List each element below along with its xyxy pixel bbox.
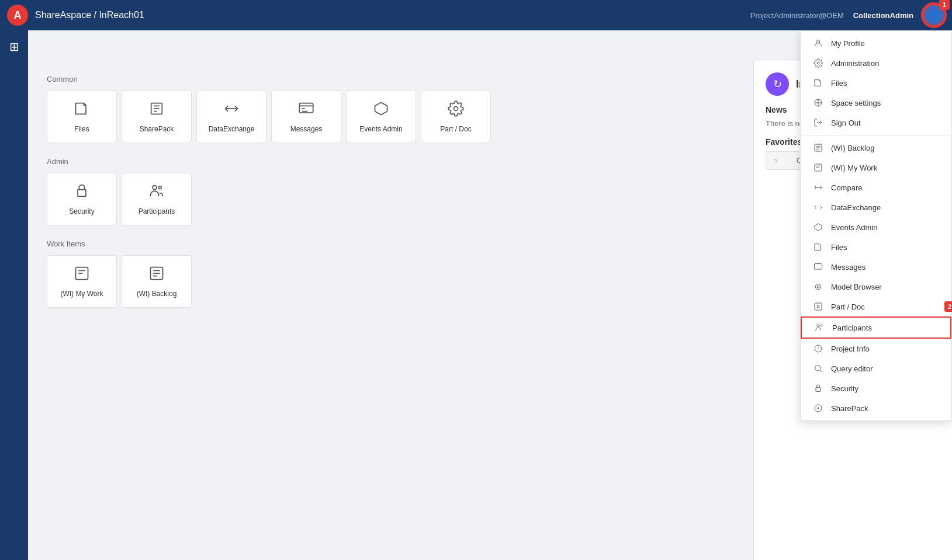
header-user: ProjectAdministrator@OEM xyxy=(750,11,844,20)
menu-item-security-m[interactable]: Security xyxy=(801,378,951,398)
card-label-messages: Messages xyxy=(290,125,323,133)
menu-label-project-info-m: Project Info xyxy=(831,345,870,353)
menu-icon-events-admin-m xyxy=(812,222,824,232)
menu-label-sharepack-m: SharePack xyxy=(831,404,868,413)
common-cards-grid: Files SharePack DataExchange Messages Ev… xyxy=(47,91,735,143)
menu-icon-files-m xyxy=(812,242,824,252)
menu-badge-part-doc-m: 2 xyxy=(944,301,952,312)
menu-label-files-top: Files xyxy=(831,79,847,88)
menu-item-files-top[interactable]: Files xyxy=(801,73,951,93)
menu-item-dataexchange-m[interactable]: DataExchange xyxy=(801,197,951,217)
card-files[interactable]: Files xyxy=(47,91,117,143)
menu-icon-wi-mywork xyxy=(812,163,824,172)
avatar-icon: 👤 xyxy=(928,10,940,21)
menu-item-my-profile[interactable]: My Profile xyxy=(801,33,951,53)
menu-item-query-editor[interactable]: Query editor xyxy=(801,359,951,378)
menu-item-administration[interactable]: Administration xyxy=(801,53,951,73)
menu-item-project-info-m[interactable]: Project Info xyxy=(801,339,951,359)
svg-point-21 xyxy=(817,325,819,327)
svg-rect-19 xyxy=(815,303,822,310)
menu-item-wi-backlog[interactable]: (WI) Backlog xyxy=(801,138,951,158)
menu-label-part-doc-m: Part / Doc xyxy=(831,302,865,311)
svg-point-6 xyxy=(159,186,162,189)
card-label-events-admin: Events Admin xyxy=(359,125,402,133)
menu-label-compare: Compare xyxy=(831,183,862,192)
menu-label-space-settings: Space settings xyxy=(831,99,881,107)
svg-point-24 xyxy=(815,366,821,371)
card-icon-security xyxy=(74,183,90,203)
card-dataexchange[interactable]: DataExchange xyxy=(196,91,266,143)
card-messages[interactable]: Messages xyxy=(271,91,341,143)
header-role: CollectionAdmin xyxy=(853,11,913,20)
admin-section-title: Admin xyxy=(47,157,735,166)
card-label-files: Files xyxy=(74,125,89,133)
dropdown-menu: My Profile Administration Files Space se… xyxy=(800,30,952,421)
menu-item-space-settings[interactable]: Space settings xyxy=(801,93,951,113)
card-participants[interactable]: Participants xyxy=(122,173,192,225)
menu-label-security-m: Security xyxy=(831,384,858,393)
menu-item-sign-out[interactable]: Sign Out xyxy=(801,113,951,133)
left-panel: Common Files SharePack DataExchange Mess… xyxy=(28,61,753,560)
svg-point-18 xyxy=(815,284,821,289)
menu-item-model-browser[interactable]: Model Browser xyxy=(801,277,951,297)
avatar-badge: 1 xyxy=(939,0,950,10)
menu-label-sign-out: Sign Out xyxy=(831,119,861,127)
card-label-wi-backlog: (WI) Backlog xyxy=(137,290,177,298)
card-icon-files xyxy=(74,100,90,120)
menu-label-wi-backlog: (WI) Backlog xyxy=(831,144,874,152)
svg-rect-4 xyxy=(78,190,86,197)
menu-icon-my-profile xyxy=(812,39,824,48)
card-events-admin[interactable]: Events Admin xyxy=(346,91,416,143)
menu-item-events-admin-m[interactable]: Events Admin xyxy=(801,217,951,237)
card-sharepack[interactable]: SharePack xyxy=(122,91,192,143)
fav-check-col: ○ xyxy=(773,156,787,165)
workitems-cards-grid: (WI) My Work (WI) Backlog xyxy=(47,255,735,308)
menu-icon-security-m xyxy=(812,384,824,393)
svg-point-20 xyxy=(817,305,819,308)
menu-item-wi-mywork[interactable]: (WI) My Work xyxy=(801,158,951,178)
menu-label-participants-m: Participants xyxy=(832,324,872,332)
menu-item-compare[interactable]: Compare xyxy=(801,178,951,197)
menu-icon-sharepack-m xyxy=(812,404,824,413)
card-part-doc[interactable]: Part / Doc xyxy=(421,91,491,143)
menu-label-administration: Administration xyxy=(831,59,879,68)
card-icon-events-admin xyxy=(373,100,389,120)
sidebar-grid-icon[interactable]: ⊞ xyxy=(5,35,24,58)
menu-item-participants-m[interactable]: Participants xyxy=(801,316,951,339)
menu-icon-part-doc-m xyxy=(812,302,824,311)
menu-icon-compare xyxy=(812,183,824,192)
menu-label-model-browser: Model Browser xyxy=(831,283,882,291)
menu-label-my-profile: My Profile xyxy=(831,39,865,48)
svg-point-17 xyxy=(817,286,819,288)
card-wi-mywork[interactable]: (WI) My Work xyxy=(47,255,117,308)
card-security[interactable]: Security xyxy=(47,173,117,225)
header-right: ProjectAdministrator@OEM CollectionAdmin… xyxy=(750,4,945,26)
common-section-title: Common xyxy=(47,75,735,84)
svg-point-5 xyxy=(153,186,157,190)
menu-icon-sign-out xyxy=(812,118,824,127)
card-icon-wi-backlog xyxy=(148,265,165,285)
menu-icon-participants-m xyxy=(813,323,825,332)
app-logo: A xyxy=(7,5,28,26)
menu-icon-query-editor xyxy=(812,364,824,373)
card-icon-wi-mywork xyxy=(74,265,90,285)
menu-item-messages-m[interactable]: Messages xyxy=(801,257,951,277)
header: A ShareAspace / InReach01 ProjectAdminis… xyxy=(0,0,952,30)
menu-label-events-admin-m: Events Admin xyxy=(831,223,878,232)
sidebar: ⊞ xyxy=(0,30,28,560)
menu-label-wi-mywork: (WI) My Work xyxy=(831,164,877,172)
svg-point-10 xyxy=(817,62,819,64)
card-label-wi-mywork: (WI) My Work xyxy=(60,290,103,298)
menu-label-files-m: Files xyxy=(831,243,847,252)
card-wi-backlog[interactable]: (WI) Backlog xyxy=(122,255,192,308)
menu-item-part-doc-m[interactable]: Part / Doc 2 xyxy=(801,297,951,316)
project-icon: ↻ xyxy=(766,72,789,96)
svg-rect-16 xyxy=(814,264,822,269)
menu-item-files-m[interactable]: Files xyxy=(801,237,951,257)
svg-point-3 xyxy=(454,107,458,111)
card-label-sharepack: SharePack xyxy=(140,125,174,133)
menu-icon-administration xyxy=(812,58,824,68)
menu-icon-dataexchange-m xyxy=(812,203,824,212)
menu-icon-messages-m xyxy=(812,262,824,272)
menu-item-sharepack-m[interactable]: SharePack xyxy=(801,398,951,418)
